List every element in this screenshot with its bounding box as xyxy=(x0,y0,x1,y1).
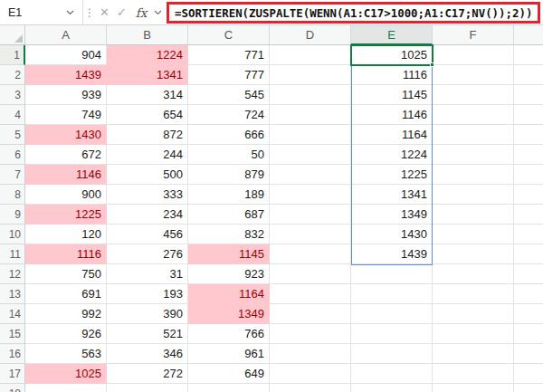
cell-G18[interactable] xyxy=(514,384,543,392)
cell-E12[interactable] xyxy=(351,264,433,284)
cell-E5[interactable]: 1164 xyxy=(351,125,433,145)
cell-E9[interactable]: 1349 xyxy=(351,205,433,225)
cell-D10[interactable] xyxy=(270,225,351,244)
cell-A18[interactable] xyxy=(25,384,107,392)
cell-D18[interactable] xyxy=(270,384,351,392)
cell-B10[interactable]: 456 xyxy=(107,225,188,244)
cell-C16[interactable]: 961 xyxy=(188,344,270,364)
chevron-down-icon[interactable] xyxy=(64,10,76,15)
chevron-down-icon[interactable] xyxy=(152,0,164,24)
cell-D13[interactable] xyxy=(270,284,351,304)
cell-A13[interactable]: 691 xyxy=(25,284,107,304)
cell-A5[interactable]: 1430 xyxy=(25,125,107,145)
cell-B16[interactable]: 346 xyxy=(107,344,188,364)
cancel-icon[interactable]: ✕ xyxy=(96,0,113,24)
cell-B2[interactable]: 1341 xyxy=(107,65,188,85)
cell-F3[interactable] xyxy=(433,85,514,105)
cell-G14[interactable] xyxy=(514,304,543,324)
cell-D5[interactable] xyxy=(270,125,351,145)
column-header-A[interactable]: A xyxy=(25,25,107,45)
cell-D12[interactable] xyxy=(270,264,351,284)
cell-G8[interactable] xyxy=(514,185,543,205)
cell-F8[interactable] xyxy=(433,185,514,205)
cell-B7[interactable]: 500 xyxy=(107,165,188,185)
cell-C6[interactable]: 50 xyxy=(188,145,270,165)
cell-G9[interactable] xyxy=(514,205,543,225)
cell-E3[interactable]: 1145 xyxy=(351,85,433,105)
cell-C14[interactable]: 1349 xyxy=(188,304,270,324)
row-header-4[interactable]: 4 xyxy=(0,105,25,125)
cell-D1[interactable] xyxy=(270,45,351,65)
row-header-9[interactable]: 9 xyxy=(0,205,25,225)
name-box[interactable]: E1 xyxy=(0,0,83,24)
cell-D9[interactable] xyxy=(270,205,351,225)
cell-A12[interactable]: 750 xyxy=(25,264,107,284)
cell-B6[interactable]: 244 xyxy=(107,145,188,165)
cell-F5[interactable] xyxy=(433,125,514,145)
cell-D11[interactable] xyxy=(270,244,351,264)
cell-F11[interactable] xyxy=(433,244,514,264)
cell-G15[interactable] xyxy=(514,324,543,344)
row-header-16[interactable]: 16 xyxy=(0,344,25,364)
cell-G7[interactable] xyxy=(514,165,543,185)
cell-C15[interactable]: 766 xyxy=(188,324,270,344)
cell-B8[interactable]: 333 xyxy=(107,185,188,205)
column-header-C[interactable]: C xyxy=(188,25,270,45)
cell-C2[interactable]: 777 xyxy=(188,65,270,85)
cell-G1[interactable] xyxy=(514,45,543,65)
cell-A17[interactable]: 1025 xyxy=(25,364,107,384)
cell-A10[interactable]: 120 xyxy=(25,225,107,244)
cell-G13[interactable] xyxy=(514,284,543,304)
formula-input[interactable]: =SORTIEREN(ZUSPALTE(WENN(A1:C17>1000;A1:… xyxy=(167,2,540,24)
cell-G11[interactable] xyxy=(514,244,543,264)
column-header-D[interactable]: D xyxy=(270,25,351,45)
cell-A7[interactable]: 1146 xyxy=(25,165,107,185)
cell-F17[interactable] xyxy=(433,364,514,384)
cell-F9[interactable] xyxy=(433,205,514,225)
cell-E14[interactable] xyxy=(351,304,433,324)
cell-B11[interactable]: 276 xyxy=(107,244,188,264)
cell-F13[interactable] xyxy=(433,284,514,304)
cell-F10[interactable] xyxy=(433,225,514,244)
cell-D4[interactable] xyxy=(270,105,351,125)
formula-bar-grip-icon[interactable]: ⋮ xyxy=(83,0,96,24)
cell-E1[interactable]: 1025 xyxy=(351,45,433,65)
cell-F6[interactable] xyxy=(433,145,514,165)
cell-B12[interactable]: 31 xyxy=(107,264,188,284)
row-header-2[interactable]: 2 xyxy=(0,65,25,85)
cell-B5[interactable]: 872 xyxy=(107,125,188,145)
cell-B17[interactable]: 272 xyxy=(107,364,188,384)
cell-C10[interactable]: 832 xyxy=(188,225,270,244)
cell-G17[interactable] xyxy=(514,364,543,384)
cell-C17[interactable]: 649 xyxy=(188,364,270,384)
cell-D6[interactable] xyxy=(270,145,351,165)
cell-G5[interactable] xyxy=(514,125,543,145)
cell-A2[interactable]: 1439 xyxy=(25,65,107,85)
cell-C9[interactable]: 687 xyxy=(188,205,270,225)
cell-C18[interactable] xyxy=(188,384,270,392)
cell-F1[interactable] xyxy=(433,45,514,65)
row-header-12[interactable]: 12 xyxy=(0,264,25,284)
cell-C13[interactable]: 1164 xyxy=(188,284,270,304)
row-header-8[interactable]: 8 xyxy=(0,185,25,205)
cell-E7[interactable]: 1225 xyxy=(351,165,433,185)
cell-C1[interactable]: 771 xyxy=(188,45,270,65)
cell-D2[interactable] xyxy=(270,65,351,85)
insert-function-icon[interactable]: fx xyxy=(130,0,152,24)
row-header-6[interactable]: 6 xyxy=(0,145,25,165)
enter-icon[interactable]: ✓ xyxy=(113,0,130,24)
row-header-3[interactable]: 3 xyxy=(0,85,25,105)
cell-A3[interactable]: 939 xyxy=(25,85,107,105)
cell-D17[interactable] xyxy=(270,364,351,384)
cell-F4[interactable] xyxy=(433,105,514,125)
cell-F14[interactable] xyxy=(433,304,514,324)
cell-C7[interactable]: 879 xyxy=(188,165,270,185)
cell-E11[interactable]: 1439 xyxy=(351,244,433,264)
row-header-11[interactable]: 11 xyxy=(0,244,25,264)
column-header-partial[interactable] xyxy=(514,25,543,45)
row-header-18[interactable]: 18 xyxy=(0,384,25,392)
cell-C11[interactable]: 1145 xyxy=(188,244,270,264)
cell-D14[interactable] xyxy=(270,304,351,324)
cell-E8[interactable]: 1341 xyxy=(351,185,433,205)
cell-F12[interactable] xyxy=(433,264,514,284)
